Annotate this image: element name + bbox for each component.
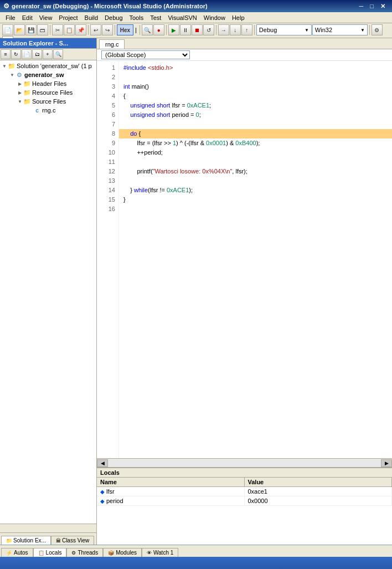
menu-project[interactable]: Project — [55, 13, 81, 22]
hex-button[interactable]: Hex — [117, 24, 133, 35]
linenum-5: 5 — [97, 101, 118, 110]
tb-pause[interactable]: ⏸ — [180, 24, 191, 35]
sep5 — [166, 25, 167, 35]
cell-lfsr-value: 0xace1 — [245, 487, 393, 496]
debug-mode-dropdown[interactable]: Debug ▼ — [256, 24, 312, 35]
scroll-track-h[interactable] — [108, 459, 381, 467]
tab-modules[interactable]: 📦 Modules — [103, 548, 142, 557]
rng-expand-spacer — [27, 107, 33, 114]
editor-scrollbar-h[interactable]: ◀ ▶ — [97, 458, 392, 467]
tree-project[interactable]: ▼ ⚙ generator_sw — [0, 70, 96, 79]
sep4 — [140, 25, 140, 35]
tb-start[interactable]: ▶ — [168, 24, 179, 35]
tb-paste[interactable]: 📌 — [75, 24, 86, 35]
code-line-13 — [119, 176, 392, 186]
tb-redo[interactable]: ↪ — [102, 24, 113, 35]
hex-separator: | — [134, 27, 138, 33]
menu-debug[interactable]: Debug — [101, 13, 126, 22]
platform-dropdown[interactable]: Win32 ▼ — [312, 24, 368, 35]
menu-file[interactable]: File — [2, 13, 19, 22]
menu-test[interactable]: Test — [147, 13, 164, 22]
code-lines[interactable]: #include <stdio.h> int main() { unsigned… — [119, 61, 392, 458]
code-line-3: int main() — [119, 82, 392, 91]
tab-watch1[interactable]: 👁 Watch 1 — [142, 548, 178, 557]
tab-class-view[interactable]: 🏛 Class View — [51, 536, 94, 545]
linenum-6: 6 — [97, 110, 118, 120]
tb-stop[interactable]: ⏹ — [192, 24, 203, 35]
editor-scope-bar: (Global Scope) — [97, 49, 392, 61]
tree-solution[interactable]: ▼ 📁 Solution 'generator_sw' (1 p — [0, 61, 96, 70]
code-line-12: printf("Wartosci losowe: 0x%04X\n", lfsr… — [119, 167, 392, 176]
tb-new[interactable]: 📄 — [2, 24, 13, 35]
menu-window[interactable]: Window — [200, 13, 229, 22]
grid-header: Name Value — [97, 478, 392, 487]
tb-step-out[interactable]: ↑ — [241, 24, 252, 35]
tree-header-files[interactable]: ▶ 📁 Header Files — [0, 79, 96, 88]
tb-undo[interactable]: ↩ — [90, 24, 101, 35]
tb-find[interactable]: 🔍 — [142, 24, 153, 35]
se-tb-showfiles[interactable]: 📄 — [22, 49, 32, 59]
se-scrollbar-h[interactable] — [0, 524, 96, 532]
menu-visualsvn[interactable]: VisualSVN — [164, 13, 200, 22]
tree-source-files[interactable]: ▼ 📁 Source Files — [0, 97, 96, 106]
tb-restart[interactable]: ↺ — [203, 24, 214, 35]
scope-dropdown[interactable]: (Global Scope) — [101, 50, 190, 59]
tree-rng-c[interactable]: c rng.c — [0, 106, 96, 115]
scroll-right-btn[interactable]: ▶ — [381, 459, 392, 467]
menu-view[interactable]: View — [36, 13, 56, 22]
col-name: Name — [97, 478, 245, 486]
se-tab-icon: 📁 — [6, 538, 12, 544]
scroll-left-btn[interactable]: ◀ — [97, 459, 108, 467]
tb-save-all[interactable]: 🗃 — [37, 24, 48, 35]
status-bar — [0, 557, 392, 569]
cell-period-value: 0x0000 — [245, 496, 393, 505]
title-bar: ⚙ generator_sw (Debugging) - Microsoft V… — [0, 0, 392, 12]
tab-solution-explorer[interactable]: 📁 Solution Ex... — [1, 536, 51, 545]
menu-build[interactable]: Build — [81, 13, 101, 22]
maximize-btn[interactable]: □ — [367, 3, 377, 9]
solution-tree: ▼ 📁 Solution 'generator_sw' (1 p ▼ ⚙ gen… — [0, 60, 96, 524]
tb-breakpoint[interactable]: ● — [153, 24, 164, 35]
tb-misc1[interactable]: ⚙ — [372, 24, 383, 35]
se-bottom-tabs: 📁 Solution Ex... 🏛 Class View — [0, 532, 96, 545]
se-tb-refresh[interactable]: ↻ — [11, 49, 21, 59]
menu-help[interactable]: Help — [229, 13, 248, 22]
linenum-7: 7 — [97, 120, 118, 129]
tb-step-over[interactable]: → — [218, 24, 229, 35]
se-tb-props[interactable]: ≡ — [1, 49, 11, 59]
minimize-btn[interactable]: ─ — [356, 3, 367, 9]
tb-copy[interactable]: 📋 — [64, 24, 75, 35]
title-text: generator_sw (Debugging) - Microsoft Vis… — [12, 3, 208, 9]
menu-tools[interactable]: Tools — [126, 13, 147, 22]
tb-step-in[interactable]: ↓ — [230, 24, 241, 35]
folder-icon: 📁 — [23, 80, 31, 88]
tree-resource-files[interactable]: ▶ 📁 Resource Files — [0, 88, 96, 97]
se-tb-addnewitem[interactable]: + — [43, 49, 53, 59]
tab-autos[interactable]: ⚡ Autos — [1, 548, 33, 557]
sep1 — [50, 25, 50, 35]
locals-row-lfsr[interactable]: ◆ lfsr 0xace1 — [97, 487, 392, 496]
cell-period-name: ◆ period — [97, 496, 245, 505]
tb-open[interactable]: 📂 — [14, 24, 25, 35]
linenum-8: 8 ⮞ — [97, 129, 118, 139]
editor-tab-rng-c[interactable]: rng.c — [99, 39, 125, 49]
linenum-13: 13 — [97, 176, 118, 186]
tb-cut[interactable]: ✂ — [52, 24, 63, 35]
menu-bar: File Edit View Project Build Debug Tools… — [0, 12, 392, 23]
linenum-14: 14 — [97, 186, 118, 195]
tb-save[interactable]: 💾 — [25, 24, 37, 35]
tab-threads[interactable]: ⚙ Threads — [66, 548, 103, 557]
locals-panel: Locals Name Value ◆ lfsr 0xace1 — [97, 467, 392, 545]
code-line-5: unsigned short lfsr = 0xACE1; — [119, 101, 392, 110]
menu-edit[interactable]: Edit — [19, 13, 36, 22]
se-tb-showallfiles[interactable]: 🗂 — [32, 49, 42, 59]
c-file-icon: c — [33, 106, 41, 114]
code-with-scroll: 1 2 3 4 5 6 7 8 ⮞ — [97, 61, 392, 458]
se-tb-find[interactable]: 🔍 — [53, 49, 63, 59]
linenum-9: 9 — [97, 139, 118, 148]
status-text — [3, 560, 5, 566]
close-btn[interactable]: ✕ — [377, 3, 389, 10]
locals-row-period[interactable]: ◆ period 0x0000 — [97, 496, 392, 506]
tab-locals[interactable]: 📋 Locals — [33, 548, 67, 557]
modules-icon: 📦 — [108, 550, 114, 556]
